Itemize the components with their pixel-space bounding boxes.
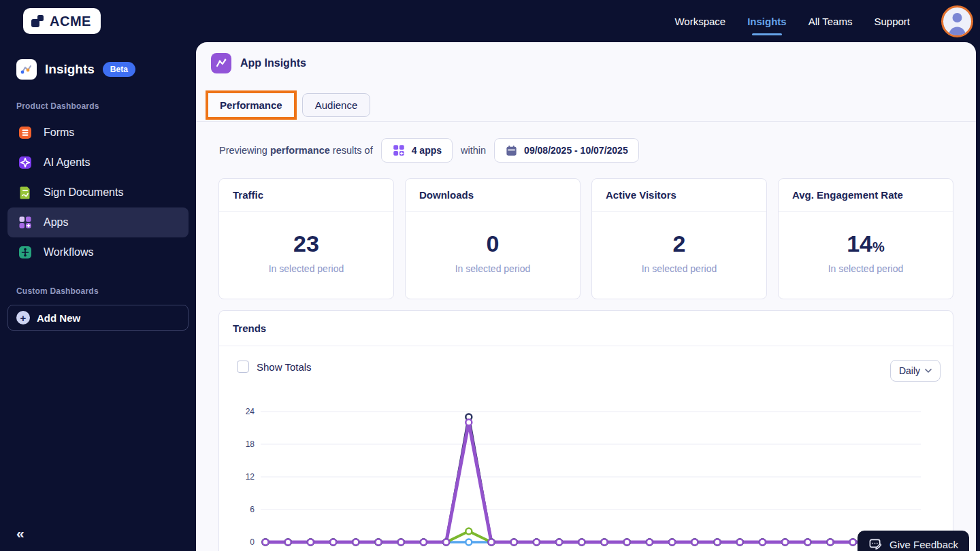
sidebar-insights-header[interactable]: Insights Beta (16, 59, 135, 80)
granularity-dropdown[interactable]: Daily (890, 360, 941, 382)
sidebar-title: Insights (45, 62, 95, 77)
svg-text:6: 6 (250, 505, 255, 514)
svg-text:12: 12 (246, 472, 255, 482)
trends-title: Trends (219, 311, 953, 346)
give-feedback-button[interactable]: Give Feedback (858, 531, 969, 551)
sidebar-item-ai-agents[interactable]: AI Agents (7, 148, 189, 178)
granularity-value: Daily (899, 365, 920, 376)
trends-card: Trends Show Totals Daily 06121824 (218, 310, 953, 551)
svg-text:24: 24 (246, 407, 255, 416)
plus-icon: + (16, 311, 30, 324)
show-totals-control: Show Totals (237, 361, 312, 373)
stat-value: 23 (293, 231, 319, 256)
date-range-button[interactable]: 09/08/2025 - 10/07/2025 (494, 138, 639, 163)
sidebar-item-label: Forms (44, 127, 74, 139)
feedback-icon (868, 537, 883, 551)
show-totals-label: Show Totals (257, 361, 312, 373)
nav-all-teams[interactable]: All Teams (808, 16, 853, 27)
stat-value: 0 (487, 231, 500, 256)
tab-performance[interactable]: Performance (208, 93, 294, 117)
sign-documents-icon (18, 185, 33, 200)
date-range-label: 09/08/2025 - 10/07/2025 (524, 145, 628, 156)
sidebar-item-sign-documents[interactable]: Sign Documents (7, 178, 189, 207)
feedback-label: Give Feedback (889, 539, 958, 550)
sidebar-item-label: Sign Documents (44, 186, 123, 199)
stat-value: 14 (847, 231, 872, 256)
main-panel: App Insights Performance Audience Previe… (196, 42, 976, 551)
svg-text:0: 0 (250, 537, 255, 547)
page-title: App Insights (240, 57, 306, 69)
stats-row: Traffic 23 In selected period Downloads … (218, 178, 953, 299)
within-text: within (461, 145, 486, 156)
app-header: App Insights (211, 53, 306, 73)
apps-icon (18, 215, 33, 230)
avatar[interactable] (941, 5, 973, 37)
apps-select-label: 4 apps (412, 145, 442, 156)
sidebar-item-forms[interactable]: Forms (7, 118, 189, 148)
stat-title: Traffic (219, 179, 393, 212)
tab-audience[interactable]: Audience (302, 93, 371, 117)
stat-value: 2 (673, 231, 686, 256)
stat-caption: In selected period (779, 263, 953, 274)
preview-text: Previewing performance results of (219, 145, 373, 156)
sidebar-item-label: AI Agents (44, 156, 91, 169)
top-navigation: Workspace Insights All Teams Support (674, 0, 973, 42)
apps-select-button[interactable]: 4 apps (381, 138, 453, 163)
acme-logo[interactable]: ACME (23, 8, 101, 34)
forms-icon (18, 125, 33, 140)
stat-unit: % (872, 239, 885, 254)
sidebar-collapse-button[interactable]: « (16, 525, 24, 541)
chevron-down-icon (925, 369, 932, 373)
sidebar-nav: Forms AI Agents Sign Documents Apps (0, 118, 196, 267)
preview-row: Previewing performance results of 4 apps… (219, 138, 639, 163)
stat-caption: In selected period (592, 263, 766, 274)
tab-bar: Performance Audience (206, 90, 370, 120)
show-totals-checkbox[interactable] (237, 361, 249, 373)
workflows-icon (18, 245, 33, 260)
sidebar-item-apps[interactable]: Apps (7, 207, 189, 237)
stat-card-downloads: Downloads 0 In selected period (405, 178, 581, 299)
app-insights-icon (211, 53, 231, 73)
add-new-label: Add New (37, 312, 80, 324)
highlight-annotation: Performance (206, 90, 297, 120)
header-divider (196, 121, 976, 122)
section-product-dashboards: Product Dashboards (16, 101, 99, 111)
insights-icon (16, 59, 37, 80)
stat-card-engagement-rate: Avg. Engagement Rate 14% In selected per… (778, 178, 953, 299)
nav-insights[interactable]: Insights (747, 16, 787, 27)
sidebar-item-label: Apps (44, 216, 68, 229)
beta-badge: Beta (103, 62, 135, 77)
stat-title: Downloads (406, 179, 580, 212)
ai-agents-icon (18, 155, 33, 170)
stat-caption: In selected period (406, 263, 580, 274)
svg-text:18: 18 (246, 439, 255, 449)
apps-grid-icon (392, 144, 406, 157)
stat-card-traffic: Traffic 23 In selected period (218, 178, 394, 299)
stat-title: Avg. Engagement Rate (779, 179, 953, 212)
trends-chart: 06121824 (230, 398, 943, 551)
stat-caption: In selected period (219, 263, 393, 274)
person-icon (943, 7, 971, 35)
calendar-icon (505, 144, 518, 157)
section-custom-dashboards: Custom Dashboards (16, 286, 99, 296)
add-new-button[interactable]: + Add New (7, 305, 189, 331)
sidebar-item-workflows[interactable]: Workflows (7, 237, 189, 267)
acme-logo-icon (30, 14, 45, 29)
stat-card-active-visitors: Active Visitors 2 In selected period (591, 178, 767, 299)
nav-workspace[interactable]: Workspace (674, 16, 725, 27)
stat-title: Active Visitors (592, 179, 766, 212)
nav-support[interactable]: Support (874, 16, 910, 27)
logo-text: ACME (50, 14, 91, 29)
sidebar-item-label: Workflows (44, 246, 94, 258)
